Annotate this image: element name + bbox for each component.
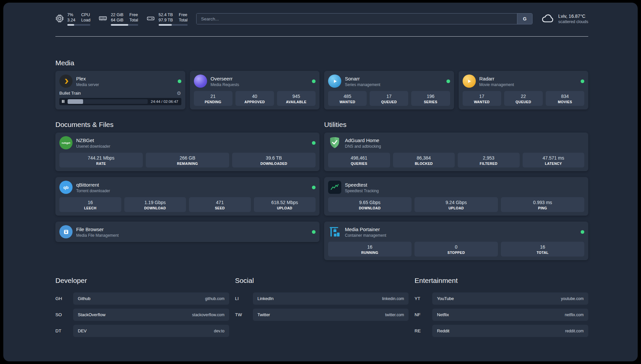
stat-tile: 1.19 GbpsDOWNLOAD xyxy=(124,197,186,212)
stat-tile: 618.52 MbpsUPLOAD xyxy=(254,197,316,212)
weather-location: Lviv, 16.87°C xyxy=(558,13,588,19)
bookmark-link-youtube[interactable]: YouTube youtube.com xyxy=(432,292,588,305)
app-subtitle: Movie management xyxy=(479,82,514,87)
app-subtitle: Media File Management xyxy=(76,233,119,238)
adguard-card[interactable]: AdGuard Home DNS and adblocking 498,461Q… xyxy=(324,133,588,171)
cloud-icon xyxy=(541,13,555,25)
stat-tile: 196SERIES xyxy=(411,91,450,106)
status-dot xyxy=(581,230,584,234)
stat-tile: 9.65 GbpsDOWNLOAD xyxy=(328,197,412,212)
bookmark-abbr: SO xyxy=(55,312,73,317)
bookmark-row: SO StackOverflow stackoverflow.com xyxy=(55,309,229,321)
disk-progressbar xyxy=(159,24,188,26)
status-dot xyxy=(178,79,181,83)
app-name: AdGuard Home xyxy=(345,137,381,143)
bookmark-link-linkedin[interactable]: LinkedIn linkedin.com xyxy=(253,292,409,305)
disk-widget: 52.4 TB Free 97.9 TB Total xyxy=(146,12,188,26)
stat-tile: 16RUNNING xyxy=(328,242,412,257)
ram-free: 22 GiB xyxy=(111,12,123,17)
app-name: qBittorrent xyxy=(76,182,110,188)
qbittorrent-card[interactable]: qb qBittorrent Torrent downloader 16LEEC… xyxy=(55,177,320,216)
ram-progressbar xyxy=(111,24,138,26)
speedtest-card[interactable]: Speedtest Speedtest Tracking 9.65 GbpsDO… xyxy=(324,177,588,216)
pause-button[interactable] xyxy=(62,99,65,105)
bookmark-link-github[interactable]: Github github.com xyxy=(73,292,229,305)
nzbget-icon: nzbget xyxy=(59,136,73,149)
disk-total: 97.9 TB xyxy=(159,17,173,23)
media-section-title: Media xyxy=(55,59,588,67)
developer-section-title: Developer xyxy=(55,277,229,285)
cpu-percent: 7% xyxy=(67,12,75,17)
documents-section-title: Documents & Files xyxy=(55,121,320,129)
app-subtitle: Speedtest Tracking xyxy=(345,189,379,193)
app-subtitle: DNS and adblocking xyxy=(345,144,381,149)
now-playing-title: Bullet Train xyxy=(59,91,81,96)
bookmark-link-dev[interactable]: DEV dev.to xyxy=(73,325,229,337)
stat-tile: 744.21 MbpsRATE xyxy=(59,153,143,167)
stat-tile: 47.571 msLATENCY xyxy=(523,153,585,167)
bookmark-link-netflix[interactable]: Netflix netflix.com xyxy=(432,309,588,321)
stat-tile: 9.24 GbpsUPLOAD xyxy=(414,197,498,212)
status-dot xyxy=(312,79,316,83)
status-dot xyxy=(446,79,450,83)
cpu-load-label: Load xyxy=(81,17,90,23)
weather-widget: Lviv, 16.87°C scattered clouds xyxy=(541,13,588,25)
plex-card[interactable]: Plex Media server Bullet Train ⚙ xyxy=(55,71,185,109)
stat-tile: 2,953FILTERED xyxy=(458,153,520,167)
stat-tile: 471SEED xyxy=(189,197,251,212)
stat-tile: 17WANTED xyxy=(463,91,501,106)
bookmark-abbr: TW xyxy=(235,312,253,317)
social-section: Social LI LinkedIn linkedin.com TW Twitt… xyxy=(235,277,409,341)
gear-icon[interactable]: ⚙ xyxy=(177,91,181,96)
disk-free: 52.4 TB xyxy=(159,12,173,17)
qbittorrent-icon: qb xyxy=(59,181,73,194)
app-subtitle: Media server xyxy=(76,82,99,87)
stat-tile: 945AVAILABLE xyxy=(277,91,316,106)
app-name: Plex xyxy=(76,76,99,82)
documents-section: Documents & Files nzbget NZBGet Usenet d… xyxy=(55,121,320,260)
adguard-icon xyxy=(328,136,341,149)
stat-tile: 22QUEUED xyxy=(504,91,543,106)
utilities-section-title: Utilities xyxy=(324,121,588,129)
status-dot xyxy=(312,186,316,189)
stat-tile: 16TOTAL xyxy=(501,242,584,257)
bookmark-abbr: DT xyxy=(55,328,73,333)
stat-tile: 266 GBREMAINING xyxy=(146,153,229,167)
bookmark-link-twitter[interactable]: Twitter twitter.com xyxy=(253,309,409,321)
search-provider-button[interactable]: G xyxy=(517,14,532,24)
bookmark-link-stackoverflow[interactable]: StackOverflow stackoverflow.com xyxy=(73,309,229,321)
app-subtitle: Media Requests xyxy=(211,82,239,87)
radarr-card[interactable]: Radarr Movie management 17WANTED 22QUEUE… xyxy=(459,71,589,109)
cpu-progressbar xyxy=(67,24,90,26)
app-name: Media Portainer xyxy=(345,226,386,232)
search-input[interactable] xyxy=(197,14,517,24)
bookmark-link-reddit[interactable]: Reddit reddit.com xyxy=(432,325,588,337)
overseerr-card[interactable]: Overseerr Media Requests 21PENDING 40APP… xyxy=(190,71,320,109)
stat-tile: 17QUEUED xyxy=(370,91,408,106)
stat-tile: 498,461QUERIES xyxy=(328,153,390,167)
bookmark-abbr: GH xyxy=(55,296,73,301)
cpu-icon xyxy=(55,12,64,24)
bookmark-row: TW Twitter twitter.com xyxy=(235,309,409,321)
stat-tile: 21PENDING xyxy=(194,91,232,106)
system-stats: 7% CPU 3.24 Load 22 xyxy=(55,12,188,26)
portainer-card[interactable]: Media Portainer Container management 16R… xyxy=(324,222,588,260)
ram-total-label: Total xyxy=(129,17,138,23)
developer-section: Developer GH Github github.com SO StackO… xyxy=(55,277,229,341)
bookmark-row: LI LinkedIn linkedin.com xyxy=(235,292,409,305)
app-name: NZBGet xyxy=(76,137,110,143)
nzbget-card[interactable]: nzbget NZBGet Usenet downloader 744.21 M… xyxy=(55,133,320,171)
stat-tile: 16LEECH xyxy=(59,197,121,212)
stat-tile: 834MOVIES xyxy=(546,91,584,106)
filebrowser-card[interactable]: File Browser Media File Management xyxy=(55,222,320,242)
sonarr-card[interactable]: Sonarr Series management 485WANTED 17QUE… xyxy=(324,71,454,109)
playback-time: 24:44 / 02:06:47 xyxy=(151,100,178,104)
app-name: Sonarr xyxy=(345,76,380,82)
cpu-load: 3.24 xyxy=(67,17,75,23)
bookmark-abbr: YT xyxy=(414,296,432,301)
sonarr-icon xyxy=(328,75,341,88)
weather-condition: scattered clouds xyxy=(558,19,588,24)
social-section-title: Social xyxy=(235,277,409,285)
status-dot xyxy=(581,79,584,83)
seek-bar[interactable] xyxy=(68,99,148,104)
